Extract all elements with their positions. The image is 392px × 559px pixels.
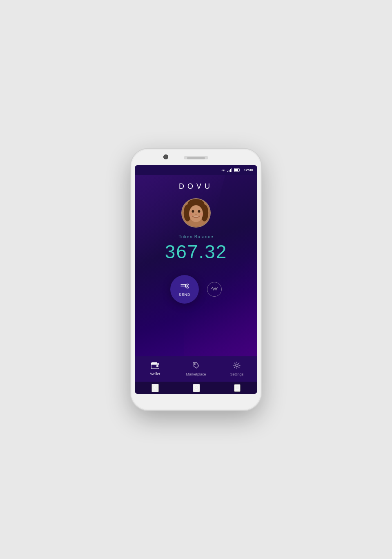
android-recent-button[interactable] <box>234 384 241 392</box>
status-icons: 12:30 <box>221 168 253 172</box>
svg-rect-2 <box>230 169 231 172</box>
send-label: SEND <box>178 293 190 297</box>
svg-rect-23 <box>156 365 158 367</box>
activity-button[interactable] <box>207 282 222 297</box>
phone-wrapper: 12:30 DOVU <box>127 141 265 418</box>
token-balance: 367.32 <box>165 241 227 263</box>
phone-body: 12:30 DOVU <box>131 149 261 410</box>
svg-point-20 <box>187 285 188 287</box>
android-home-button[interactable] <box>193 384 200 392</box>
nav-label-marketplace: Marketplace <box>186 372 206 376</box>
bottom-nav: Wallet Marketplace <box>135 356 257 382</box>
marketplace-icon <box>192 362 200 371</box>
svg-rect-28 <box>235 385 239 389</box>
svg-point-24 <box>194 363 196 365</box>
activity-icon <box>211 286 218 293</box>
nav-item-marketplace[interactable]: Marketplace <box>176 358 216 380</box>
send-icon <box>180 282 189 291</box>
send-area: SEND <box>170 275 222 304</box>
main-content: DOVU <box>135 175 257 356</box>
svg-point-27 <box>196 387 197 388</box>
wifi-icon <box>221 168 226 172</box>
avatar <box>181 198 211 228</box>
svg-point-12 <box>192 210 194 213</box>
screen: 12:30 DOVU <box>135 165 257 394</box>
nav-item-wallet[interactable]: Wallet <box>135 359 176 379</box>
nav-item-settings[interactable]: Settings <box>216 358 257 380</box>
svg-rect-6 <box>234 169 238 171</box>
settings-icon <box>233 362 241 371</box>
wallet-icon <box>151 362 159 371</box>
nav-label-wallet: Wallet <box>150 372 160 376</box>
svg-point-15 <box>189 213 192 216</box>
speaker <box>187 157 205 159</box>
status-time: 12:30 <box>244 168 253 172</box>
svg-rect-1 <box>229 170 229 172</box>
avatar-image <box>182 199 210 227</box>
svg-point-13 <box>198 210 200 213</box>
signal-icon <box>227 168 232 172</box>
app-title: DOVU <box>179 182 213 191</box>
android-back-button[interactable] <box>151 384 159 392</box>
camera <box>163 154 168 159</box>
token-label: Token Balance <box>178 234 213 239</box>
svg-rect-22 <box>151 362 157 364</box>
svg-point-14 <box>195 214 197 215</box>
svg-rect-5 <box>239 169 240 171</box>
status-bar: 12:30 <box>135 165 257 175</box>
nav-label-settings: Settings <box>230 372 244 376</box>
svg-rect-0 <box>227 171 228 172</box>
send-button[interactable]: SEND <box>170 275 199 304</box>
svg-rect-3 <box>231 168 232 172</box>
android-nav-bar <box>135 382 257 394</box>
svg-point-16 <box>200 213 203 216</box>
svg-point-25 <box>236 364 238 367</box>
battery-icon <box>234 168 241 172</box>
